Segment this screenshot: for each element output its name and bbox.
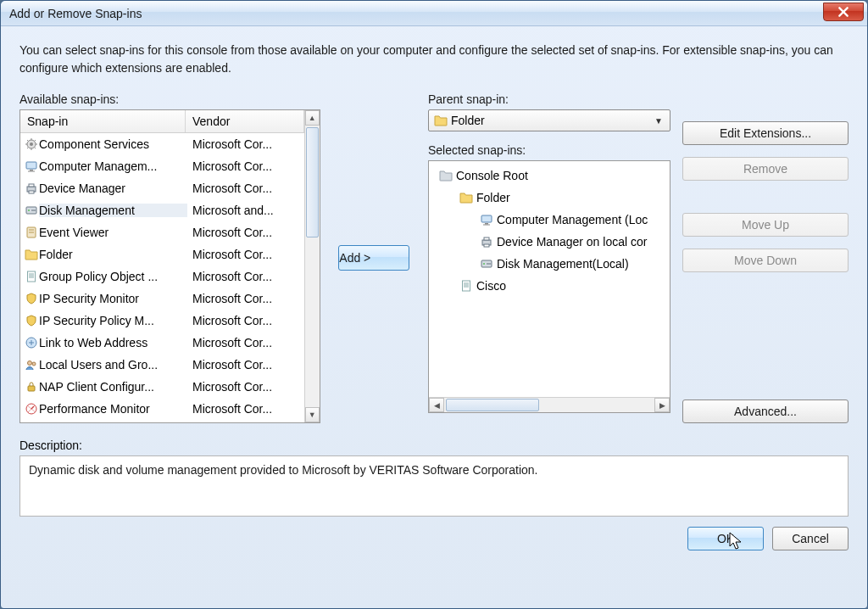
- list-item[interactable]: NAP Client Configur...Microsoft Cor...: [20, 376, 304, 398]
- description-box: Dynamic disk and volume management provi…: [19, 455, 849, 517]
- gear-icon: [24, 137, 39, 151]
- tree-node-label: Device Manager on local cor: [495, 235, 647, 249]
- tree-node[interactable]: Device Manager on local cor: [431, 231, 668, 253]
- book-icon: [24, 226, 39, 239]
- list-item-vendor: Microsoft Cor...: [187, 270, 304, 283]
- list-item[interactable]: Component ServicesMicrosoft Cor...: [20, 133, 304, 155]
- tree-node[interactable]: Console Root: [431, 165, 668, 187]
- doc-icon: [24, 270, 39, 283]
- parent-label: Parent snap-in:: [428, 92, 670, 106]
- perf-icon: [24, 402, 39, 416]
- list-item[interactable]: IP Security Policy M...Microsoft Cor...: [20, 310, 304, 332]
- parent-combo[interactable]: Folder ▼: [428, 109, 670, 131]
- add-button[interactable]: Add >: [338, 245, 409, 271]
- shield-icon: [24, 292, 39, 305]
- scroll-up-button[interactable]: ▲: [305, 110, 320, 126]
- list-scrollbar[interactable]: ▲ ▼: [304, 110, 320, 422]
- available-list[interactable]: Snap-in Vendor Component ServicesMicroso…: [19, 109, 320, 423]
- ok-button[interactable]: OK: [687, 527, 764, 550]
- folder-icon: [24, 248, 39, 261]
- cancel-button[interactable]: Cancel: [772, 527, 849, 550]
- list-item-vendor: Microsoft Cor...: [187, 314, 304, 327]
- intro-text: You can select snap-ins for this console…: [19, 42, 849, 77]
- hscroll-right-button[interactable]: ▶: [654, 398, 670, 412]
- list-item-vendor: Microsoft Cor...: [187, 402, 304, 416]
- move-down-button[interactable]: Move Down: [682, 249, 849, 272]
- chevron-down-icon: ▼: [651, 116, 666, 126]
- list-item-name: Link to Web Address: [39, 336, 187, 349]
- list-item[interactable]: IP Security MonitorMicrosoft Cor...: [20, 288, 304, 310]
- list-item-name: NAP Client Configur...: [39, 380, 187, 394]
- printer-icon: [478, 235, 495, 249]
- dialog-window: Add or Remove Snap-ins You can select sn…: [0, 0, 868, 609]
- folder-icon: [432, 114, 449, 127]
- scroll-thumb[interactable]: [306, 127, 319, 237]
- list-item-name: Folder: [39, 248, 187, 261]
- list-item-vendor: Microsoft Cor...: [187, 159, 304, 173]
- link-icon: [24, 336, 39, 349]
- list-item-vendor: Microsoft Cor...: [187, 292, 304, 305]
- titlebar: Add or Remove Snap-ins: [1, 1, 867, 26]
- tree-node-label: Console Root: [454, 169, 528, 182]
- list-item[interactable]: Event ViewerMicrosoft Cor...: [20, 221, 304, 243]
- list-item-vendor: Microsoft Cor...: [187, 380, 304, 394]
- list-item-vendor: Microsoft Cor...: [187, 182, 304, 195]
- disk-icon: [478, 257, 495, 271]
- tree-node-label: Computer Management (Loc: [495, 213, 648, 226]
- advanced-button[interactable]: Advanced...: [682, 399, 849, 423]
- doc-icon: [458, 279, 475, 293]
- move-up-button[interactable]: Move Up: [682, 213, 849, 237]
- selected-label: Selected snap-ins:: [428, 143, 670, 157]
- tree-node[interactable]: Folder: [431, 187, 668, 209]
- list-item[interactable]: FolderMicrosoft Cor...: [20, 243, 304, 265]
- shield-icon: [24, 314, 39, 327]
- tree-hscrollbar[interactable]: ◀ ▶: [429, 397, 670, 412]
- scroll-down-button[interactable]: ▼: [305, 407, 320, 422]
- tree-node-label: Disk Management(Local): [495, 257, 629, 271]
- list-item-name: Computer Managem...: [39, 159, 187, 173]
- list-header: Snap-in Vendor: [20, 110, 304, 133]
- list-item-vendor: Microsoft Cor...: [187, 336, 304, 349]
- col-vendor[interactable]: Vendor: [186, 110, 304, 132]
- list-item[interactable]: Local Users and Gro...Microsoft Cor...: [20, 354, 304, 376]
- list-item-vendor: Microsoft Cor...: [187, 226, 304, 239]
- selected-tree[interactable]: Console RootFolderComputer Management (L…: [428, 160, 670, 413]
- list-item[interactable]: Link to Web AddressMicrosoft Cor...: [20, 332, 304, 354]
- tree-node-label: Cisco: [475, 279, 506, 293]
- col-snapin[interactable]: Snap-in: [20, 110, 186, 132]
- list-item-name: Disk Management: [39, 204, 187, 217]
- tree-node-label: Folder: [475, 191, 510, 204]
- list-item-name: Group Policy Object ...: [39, 270, 187, 283]
- close-button[interactable]: [823, 3, 864, 21]
- disk-icon: [24, 204, 39, 217]
- list-item-name: Performance Monitor: [39, 402, 187, 416]
- printer-icon: [24, 182, 39, 195]
- list-item[interactable]: Performance MonitorMicrosoft Cor...: [20, 398, 304, 420]
- window-title: Add or Remove Snap-ins: [9, 7, 823, 20]
- list-item-name: IP Security Monitor: [39, 292, 187, 305]
- tree-node[interactable]: Cisco: [431, 275, 668, 297]
- description-label: Description:: [19, 439, 849, 452]
- tree-node[interactable]: Disk Management(Local): [431, 253, 668, 275]
- parent-combo-value: Folder: [449, 114, 651, 127]
- hscroll-left-button[interactable]: ◀: [429, 398, 444, 412]
- remove-button[interactable]: Remove: [682, 157, 849, 181]
- list-item-name: Event Viewer: [39, 226, 187, 239]
- list-item[interactable]: Group Policy Object ...Microsoft Cor...: [20, 265, 304, 288]
- list-item-name: IP Security Policy M...: [39, 314, 187, 327]
- users-icon: [24, 358, 39, 372]
- list-item[interactable]: Computer Managem...Microsoft Cor...: [20, 155, 304, 177]
- tree-node[interactable]: Computer Management (Loc: [431, 209, 668, 231]
- lock-icon: [24, 380, 39, 394]
- list-item[interactable]: Disk ManagementMicrosoft and...: [20, 199, 304, 221]
- hscroll-thumb[interactable]: [446, 399, 539, 411]
- list-item-vendor: Microsoft Cor...: [187, 358, 304, 372]
- folder-icon: [458, 191, 475, 204]
- list-item-name: Device Manager: [39, 182, 187, 195]
- folder-gray-icon: [437, 169, 454, 182]
- edit-extensions-button[interactable]: Edit Extensions...: [682, 121, 849, 145]
- list-item-vendor: Microsoft and...: [187, 204, 304, 217]
- list-item-vendor: Microsoft Cor...: [187, 248, 304, 261]
- list-item[interactable]: Device ManagerMicrosoft Cor...: [20, 177, 304, 199]
- list-item-name: Component Services: [39, 137, 187, 151]
